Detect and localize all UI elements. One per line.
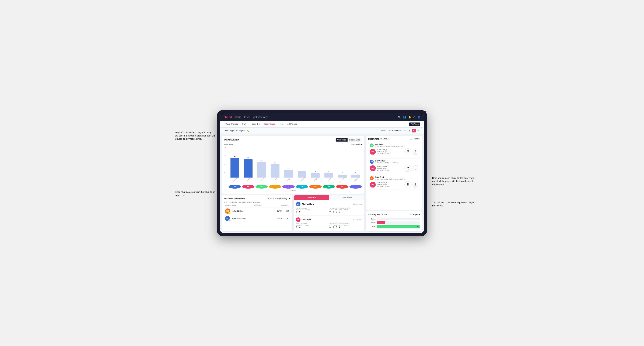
avatar-5: GB xyxy=(296,185,308,188)
bar-value-3: 9 xyxy=(275,162,276,163)
best-shots-title: Best Shots xyxy=(368,138,379,140)
tab-pga[interactable]: PGA xyxy=(240,122,248,126)
avatar-7: MM xyxy=(323,185,335,188)
tab-team-clippd[interactable]: Team Clippd xyxy=(262,122,277,126)
bar-2: 10 xyxy=(257,162,266,177)
list-view-icon[interactable]: ≡ xyxy=(416,129,420,133)
apc-date-2: 02 Sep 2023 xyxy=(353,219,362,220)
edit-icon[interactable]: ✏️ xyxy=(246,130,249,132)
nav-link-performance[interactable]: My Performance xyxy=(253,115,268,119)
eagles-value: 3 xyxy=(418,218,419,220)
lb-name-1: Richard Butler xyxy=(232,210,276,212)
shot-detail-text-3: Shot Dist: 16 ydsStart Lie: RoughEnd Lie… xyxy=(377,182,404,188)
nav-link-home[interactable]: Home xyxy=(235,115,241,119)
most-active-panel: Most Active Least Active BM Blair McHarg… xyxy=(294,195,364,231)
period-select[interactable]: Last 3 months ▾ xyxy=(388,130,402,132)
pars-fill xyxy=(377,225,420,228)
show-label: Show: xyxy=(381,130,386,132)
shot-player-detail-1: 09 Jun 2023 · Royal North Devon GC, Hole… xyxy=(375,145,417,147)
shot-card-1[interactable]: MM Matt Miller 09 Jun 2023 · Royal North… xyxy=(368,142,420,157)
shot-dist-badge-2: 43 yds xyxy=(404,165,412,172)
active-player-card-2: RB Rees Britt 02 Sep 2023 Total Rounds T… xyxy=(294,216,364,231)
active-player-card-1: BM Blair McHarg 26 Aug 2023 Total Rounds… xyxy=(294,200,364,216)
shot-detail-text-2: Shot Dist: 43 ydsStart Lie: RoughEnd Lie… xyxy=(377,165,404,171)
apc-header-1: BM Blair McHarg 26 Aug 2023 xyxy=(296,202,362,206)
pars-value: 499 xyxy=(417,226,419,227)
tablet-frame: clippd Home Teams My Performance 🔍 👥 🔔 ⊕… xyxy=(217,110,427,236)
apc-avatar-2: RB xyxy=(296,217,300,222)
y-axis-labels: 15 10 5 0 xyxy=(224,147,228,173)
bar-group-3: 9 xyxy=(269,147,281,177)
scoring-players-filter[interactable]: All Players ▾ xyxy=(410,213,420,215)
all-players-filter[interactable]: All Players ▾ xyxy=(410,138,420,140)
drill-select[interactable]: PUTT Must Make Putting... ▾ xyxy=(268,198,290,199)
tab-tour[interactable]: Tour xyxy=(278,122,285,126)
all-shots-filter[interactable]: All Shots ▾ xyxy=(380,138,388,140)
sub-nav: PGAT Players PGA Hcaps 1-5 Team Clippd T… xyxy=(220,121,424,128)
nav-link-teams[interactable]: Teams xyxy=(244,115,250,119)
best-shots-panel: Best Shots All Shots ▾ All Players ▾ xyxy=(366,136,422,210)
bar-group-4: 5 xyxy=(282,147,295,177)
scoring-filter[interactable]: Par 3, 4 & 5s ▾ xyxy=(377,213,389,215)
shot-avatar-2: BM xyxy=(370,160,374,164)
bar-group-6: 3 xyxy=(309,147,322,177)
bar-group-5: 4 xyxy=(296,147,308,177)
avatar-2: DF xyxy=(256,185,268,188)
bar-value-6: 3 xyxy=(315,171,316,172)
scoring-title: Scoring xyxy=(368,213,376,216)
sg-badge-3: 198 SG xyxy=(370,182,376,188)
shot-player-name-2: Blair McHarg xyxy=(375,160,417,162)
shot-card-header-3: DF David Ford 24 Aug 2023 · Royal North … xyxy=(370,176,418,180)
bar-value-9: 2 xyxy=(355,172,356,174)
bell-icon[interactable]: 🔔 xyxy=(408,116,411,119)
bar-value-7: 3 xyxy=(328,171,329,172)
bar-group-7: 3 xyxy=(323,147,335,177)
profile-icon[interactable]: 👤 xyxy=(418,116,420,119)
shot-detail-text-1: Shot Dist: 67 ydsStart Lie: RoughEnd Lie… xyxy=(377,149,404,155)
birdies-fill xyxy=(377,221,385,224)
birdies-value: 96 xyxy=(418,222,419,223)
bar-value-4: 5 xyxy=(288,168,289,169)
shot-player-info-3: David Ford 24 Aug 2023 · Royal North Dev… xyxy=(375,176,417,180)
shot-dist-badge-3: 16 yds xyxy=(404,181,412,188)
player-activity-panel: Player Activity On Course Practice Drill… xyxy=(222,136,364,194)
bars-row: 1312109543322 xyxy=(228,147,362,178)
shot-avatar-1: MM xyxy=(370,144,374,147)
least-active-tab[interactable]: Least Active xyxy=(329,195,364,200)
users-icon[interactable]: 👥 xyxy=(403,116,406,119)
grid2-view-icon[interactable]: ▦ xyxy=(408,129,411,133)
on-course-label: On Course xyxy=(224,144,233,146)
avatar-1: BB xyxy=(242,185,254,188)
practice-drills-toggle[interactable]: Practice Drills xyxy=(348,138,362,142)
on-course-toggle[interactable]: On Course xyxy=(336,138,348,142)
heart-view-icon[interactable]: ♥ xyxy=(412,129,416,133)
apc-stats-1: Total Rounds Tournament Practice 7 6 xyxy=(296,207,362,213)
shot-card-2[interactable]: BM Blair McHarg 23 Jul 2023 · Ashridge G… xyxy=(368,158,420,173)
search-icon[interactable]: 🔍 xyxy=(398,116,401,119)
shot-card-3[interactable]: DF David Ford 24 Aug 2023 · Royal North … xyxy=(368,175,420,190)
scoring-panel: Scoring Par 3, 4 & 5s ▾ All Players ▾ Ea… xyxy=(366,211,422,231)
eagles-fill xyxy=(377,218,377,220)
add-team-button[interactable]: Add Team xyxy=(409,123,420,126)
tab-hcaps[interactable]: Hcaps 1-5 xyxy=(249,122,262,126)
avatar-3: JC xyxy=(269,185,281,188)
rank-badge-silver: 2 xyxy=(228,219,231,222)
leaderboard-title: Practice Leaderboards xyxy=(224,198,245,200)
grid-view-icon[interactable]: ⊞ xyxy=(403,129,407,133)
shot-card-header-1: MM Matt Miller 09 Jun 2023 · Royal North… xyxy=(370,144,418,147)
tab-all-players[interactable]: All Players xyxy=(286,122,299,126)
bs-header: Best Shots All Shots ▾ All Players ▾ xyxy=(368,138,420,140)
x-labels-row: B. McHargB. BrittD. FordJ. ColesE. Ebert… xyxy=(228,179,362,183)
avatar-4: EE xyxy=(282,185,295,188)
bar-group-0: 13 xyxy=(228,147,241,177)
annotation-right-mid: Here you can see who's hit the best shot… xyxy=(432,176,476,186)
team-name: Team Clippd | 14 Players xyxy=(224,130,245,132)
add-circle-icon[interactable]: ⊕ xyxy=(413,116,415,119)
shot-carry-badge-3: 0 yds xyxy=(412,182,418,188)
lb-row-2: EC 2 Edward Crossman 18/20 107 xyxy=(224,215,290,222)
sub-nav-right: Add Team xyxy=(409,123,420,126)
metric-select[interactable]: Total Rounds ▾ xyxy=(350,144,362,145)
tab-pgat[interactable]: PGAT Players xyxy=(224,122,240,126)
most-active-tab[interactable]: Most Active xyxy=(294,195,329,200)
bar-value-2: 10 xyxy=(261,160,262,162)
